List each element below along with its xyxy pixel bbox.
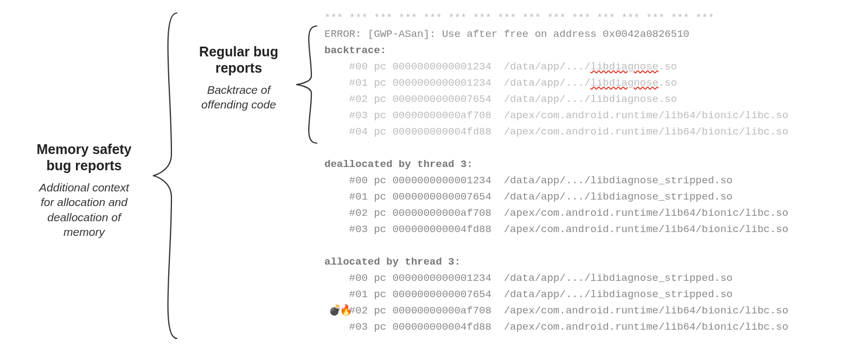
outer-sub-2: for allocation and [41,196,127,208]
bt-frame-1: #01 pc 0000000000001234 /data/app/.../li… [324,77,677,89]
inner-sub-1: Backtrace of [207,84,271,96]
backtrace-header: backtrace: [324,44,386,56]
bt-frame-0: #00 pc 0000000000001234 /data/app/.../li… [324,61,677,73]
inner-label: Regular bugreports Backtrace ofoffending… [184,43,293,112]
outer-title-1: Memory safety [36,142,131,157]
outer-sub-1: Additional context [39,181,129,194]
dealloc-frame-3: #03 pc 000000000004fd88 /apex/com.androi… [324,223,788,235]
brace-inner [293,26,321,143]
inner-sub-2: offending code [201,98,276,111]
outer-title-2: bug reports [47,158,122,173]
outer-label: Memory safetybug reports Additional cont… [22,141,146,239]
bt-frame-2: #02 pc 0000000000007654 /data/app/.../li… [324,93,677,105]
outer-sub-4: memory [63,226,105,238]
outer-sub-3: deallocation of [47,211,120,223]
dealloc-frame-1: #01 pc 0000000000007654 /data/app/.../li… [324,191,733,203]
alloc-frame-2: #02 pc 00000000000af708 /apex/com.androi… [324,305,788,317]
separator-line: *** *** *** *** *** *** *** *** *** *** … [324,12,714,24]
alloc-frame-0: #00 pc 0000000000001234 /data/app/.../li… [324,272,733,284]
alloc-frame-1: #01 pc 0000000000007654 /data/app/.../li… [324,288,733,300]
dealloc-header: deallocated by thread 3: [324,158,473,170]
alloc-header: allocated by thread 3: [324,256,461,268]
alloc-frame-3: #03 pc 000000000004fd88 /apex/com.androi… [324,321,788,333]
brace-outer [150,13,182,338]
inner-title-2: reports [215,60,262,75]
error-line: ERROR: [GWP-ASan]: Use after free on add… [324,28,690,40]
dealloc-frame-2: #02 pc 00000000000af708 /apex/com.androi… [324,207,788,219]
bt-frame-4: #04 pc 000000000004fd88 /apex/com.androi… [324,126,788,138]
fire-icon: 🔥 [340,302,353,318]
inner-title-1: Regular bug [199,44,278,59]
bt-frame-3: #03 pc 00000000000af708 /apex/com.androi… [324,110,788,121]
dealloc-frame-0: #00 pc 0000000000001234 /data/app/.../li… [324,175,733,187]
crash-report: *** *** *** *** *** *** *** *** *** *** … [324,10,788,335]
